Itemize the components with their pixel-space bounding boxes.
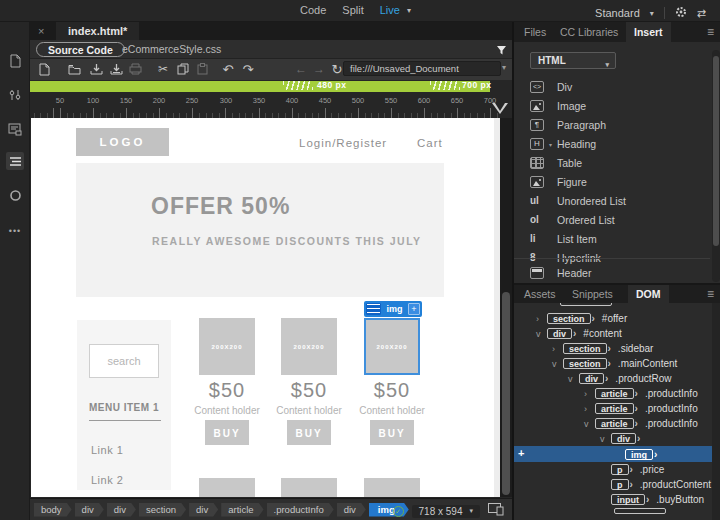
document-tab[interactable]: index.html*: [56, 22, 139, 40]
dom-tag[interactable]: div: [611, 433, 636, 444]
dom-node-section-sidebar[interactable]: › section › .sidebar: [514, 341, 720, 356]
copy-icon[interactable]: [174, 61, 192, 77]
site-sidebar[interactable]: MENU ITEM 1 Link 1 Link 2: [77, 320, 171, 490]
dom-tag[interactable]: div: [547, 328, 572, 339]
dom-node-img-selected[interactable]: + img ›: [514, 446, 720, 462]
expander-icon[interactable]: v: [568, 374, 579, 384]
insert-item-figure[interactable]: Figure: [514, 173, 710, 191]
dom-annotation[interactable]: .productInfo: [645, 403, 698, 414]
related-file-css[interactable]: eCommerceStyle.css: [122, 43, 221, 55]
tab-dom[interactable]: DOM: [628, 285, 669, 303]
live-view-canvas[interactable]: LOGO Login/Register Cart OFFER 50% REALL…: [31, 118, 494, 497]
product-image-placeholder-selected[interactable]: 200X200: [364, 318, 420, 375]
save-icon[interactable]: [87, 61, 105, 77]
buy-button[interactable]: BUY: [205, 420, 249, 445]
file-management-icon[interactable]: [6, 86, 24, 104]
chevron-down-icon[interactable]: ▾: [549, 141, 552, 148]
more-tools-icon[interactable]: •••: [4, 222, 26, 240]
expander-icon[interactable]: v: [584, 419, 595, 429]
dom-node-p-price[interactable]: p › .price: [514, 462, 720, 477]
nav-login-register[interactable]: Login/Register: [299, 137, 387, 149]
product-image-placeholder[interactable]: 200X200: [281, 318, 337, 375]
dom-tag[interactable]: section: [563, 343, 607, 354]
device-preview-icon[interactable]: [488, 502, 504, 520]
expander-icon[interactable]: v: [536, 329, 547, 339]
panel-menu-icon[interactable]: ≡: [707, 287, 714, 301]
dom-node-section-offer[interactable]: › section › #offer: [514, 311, 720, 326]
expander-icon[interactable]: v: [552, 359, 563, 369]
related-file-source-code[interactable]: Source Code: [36, 42, 125, 57]
dom-tag[interactable]: div: [579, 373, 604, 384]
view-mode-split[interactable]: Split: [342, 4, 363, 16]
dom-node-div[interactable]: v div ›: [514, 431, 720, 446]
dom-node-article-productinfo[interactable]: › article › .productInfo: [514, 401, 720, 416]
dom-tag[interactable]: article: [595, 403, 634, 414]
dom-annotation[interactable]: .productContent: [640, 479, 711, 490]
tag-crumb[interactable]: div: [107, 503, 136, 517]
nav-cart[interactable]: Cart: [417, 137, 443, 149]
tab-assets[interactable]: Assets: [524, 285, 556, 305]
dom-node-div-content[interactable]: v div › #content: [514, 326, 720, 341]
dom-tag[interactable]: section: [547, 313, 591, 324]
view-mode-live[interactable]: Live: [380, 4, 400, 16]
dom-annotation[interactable]: .productRow: [615, 373, 671, 384]
tag-crumb[interactable]: .productInfo: [267, 503, 334, 517]
dom-annotation[interactable]: .productInfo: [645, 418, 698, 429]
open-file-icon[interactable]: [65, 61, 83, 77]
dom-annotation[interactable]: .price: [640, 464, 664, 475]
insert-item-paragraph[interactable]: ¶ Paragraph: [514, 116, 710, 134]
tab-insert[interactable]: Insert: [626, 22, 671, 42]
print-icon[interactable]: [126, 61, 144, 77]
view-mode-code[interactable]: Code: [300, 4, 326, 16]
insert-scrollbar-thumb[interactable]: [713, 56, 719, 246]
gear-icon[interactable]: [675, 4, 687, 22]
workspace-dropdown-icon[interactable]: ▾: [650, 9, 654, 18]
panel-menu-icon[interactable]: ≡: [707, 25, 714, 39]
dom-annotation[interactable]: .productInfo: [645, 388, 698, 399]
sync-settings-icon[interactable]: ⇄: [697, 7, 706, 20]
dom-tag[interactable]: article: [595, 388, 634, 399]
insert-item-div[interactable]: <> Div: [514, 78, 710, 96]
dom-tag[interactable]: article: [595, 418, 634, 429]
dom-annotation[interactable]: .sidebar: [618, 343, 654, 354]
expander-icon[interactable]: ›: [584, 389, 595, 399]
media-query-range[interactable]: [30, 81, 490, 92]
dom-outline-icon[interactable]: [6, 152, 24, 170]
tag-crumb[interactable]: body: [34, 503, 72, 517]
dom-node-input-buybutton[interactable]: input › .buyButton: [514, 492, 720, 507]
insert-item-unordered-list[interactable]: ul Unordered List: [514, 192, 710, 210]
product-image-placeholder[interactable]: 200X200: [199, 318, 255, 375]
forward-icon[interactable]: →: [310, 61, 328, 77]
sidebar-link-2[interactable]: Link 2: [91, 474, 123, 486]
tag-crumb[interactable]: div: [75, 503, 104, 517]
window-size-dropdown-icon[interactable]: ▾: [469, 507, 473, 515]
new-file-icon[interactable]: [35, 61, 53, 77]
dom-tag[interactable]: section: [563, 358, 607, 369]
expander-icon[interactable]: ›: [584, 404, 595, 414]
offer-banner[interactable]: OFFER 50% REALLY AWESOME DISCOUNTS THIS …: [76, 163, 444, 297]
insert-item-table[interactable]: Table: [514, 154, 710, 172]
dom-node-div-productrow[interactable]: v div › .productRow: [514, 371, 720, 386]
tab-cc-libraries[interactable]: CC Libraries: [560, 22, 618, 42]
expander-icon[interactable]: v: [600, 434, 611, 444]
insert-item-heading[interactable]: H ▾ Heading: [514, 135, 710, 153]
close-icon[interactable]: ×: [38, 22, 44, 40]
dom-node-section-maincontent[interactable]: v section › .mainContent: [514, 356, 720, 371]
tab-snippets[interactable]: Snippets: [572, 285, 613, 305]
buy-button[interactable]: BUY: [287, 420, 331, 445]
dom-node-article-productinfo[interactable]: › article › .productInfo: [514, 386, 720, 401]
sidebar-link-1[interactable]: Link 1: [91, 444, 123, 456]
address-dropdown-icon[interactable]: ▾: [502, 63, 506, 72]
live-view-options-icon[interactable]: [6, 120, 24, 138]
cut-icon[interactable]: ✂: [154, 61, 172, 77]
paste-icon[interactable]: [193, 61, 211, 77]
dom-annotation[interactable]: #offer: [602, 313, 627, 324]
window-size-selector[interactable]: 718 x 594 ▾: [412, 505, 480, 518]
add-element-icon[interactable]: +: [518, 447, 524, 459]
dom-tag[interactable]: img: [625, 449, 653, 460]
dom-annotation[interactable]: .buyButton: [656, 494, 704, 505]
add-element-icon[interactable]: +: [408, 303, 420, 315]
dom-tag[interactable]: input: [611, 494, 645, 505]
insert-item-header[interactable]: Header: [514, 264, 710, 282]
expander-icon[interactable]: ›: [536, 314, 547, 324]
